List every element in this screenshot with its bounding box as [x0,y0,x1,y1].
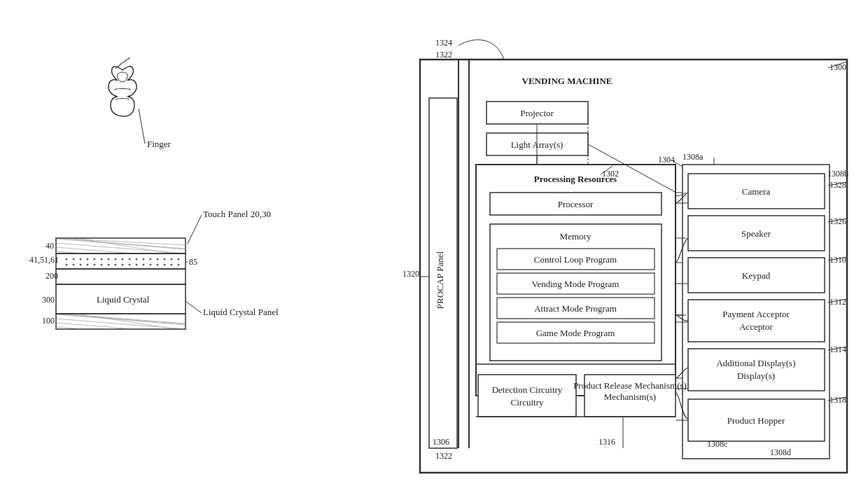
svg-point-24 [150,258,152,261]
svg-line-53 [56,323,186,333]
product-release-label2: Mechanism(s) [604,391,656,402]
touch-panel-label: Touch Panel 20,30 [203,209,271,219]
svg-point-22 [136,258,138,261]
ref-1302: 1302 [602,169,619,179]
label-300: 300 [42,295,55,305]
svg-line-54 [63,314,192,325]
svg-line-1 [188,215,202,244]
svg-point-27 [171,258,173,261]
svg-point-29 [66,264,68,266]
svg-point-26 [164,258,166,261]
detection-label: Detection Circuitry [492,384,563,395]
svg-point-41 [150,264,152,266]
svg-point-44 [171,264,173,266]
svg-rect-11 [56,254,186,269]
svg-line-58 [186,301,202,313]
keypad-label: Keypad [742,270,771,281]
svg-point-36 [115,264,117,266]
svg-point-37 [122,264,124,266]
ref-1304: 1304 [658,155,675,165]
svg-point-18 [108,258,110,261]
ref-1320: 1320 [402,269,419,279]
svg-point-34 [101,264,103,266]
liquid-crystal-panel-label: Liquid Crystal Panel [203,307,279,317]
svg-point-14 [80,258,82,261]
svg-point-23 [143,258,145,261]
ref-1308d: 1308d [770,447,791,457]
svg-point-32 [87,264,89,266]
svg-line-81 [588,144,676,193]
finger-drawing [108,57,136,116]
additional-display-label1: Additional Display(s) [716,358,795,368]
svg-point-39 [136,264,138,266]
ref-1322-top: 1322 [435,50,452,60]
payment-acceptor-label1: Payment Acceptor [722,309,790,319]
svg-point-13 [73,258,75,261]
svg-point-20 [122,258,124,261]
svg-point-31 [80,264,82,266]
ref-1324: 1324 [435,38,452,48]
svg-point-38 [129,264,131,266]
svg-point-45 [178,264,180,266]
ref-1308c: 1308c [707,439,727,449]
label-85: 85 [189,257,197,267]
ref-1308a: 1308a [682,152,704,162]
svg-point-21 [129,258,131,261]
diagram-container: Finger Touch Panel 20,30 40 [0,0,868,493]
processor-label: Processor [558,199,594,209]
svg-point-42 [157,264,159,266]
svg-rect-3 [57,239,185,253]
svg-point-28 [178,258,180,261]
additional-display-box [688,349,825,391]
payment-acceptor-label2: Acceptor [739,321,773,332]
liquid-crystal-label: Liquid Crystal [97,294,150,305]
projector-label: Projector [520,108,554,118]
label-100: 100 [42,316,55,326]
svg-point-12 [66,258,68,261]
ref-1322-bottom: 1322 [435,451,452,461]
svg-point-25 [157,258,159,261]
svg-rect-47 [56,269,186,284]
vending-mode-label: Vending Mode Program [532,279,620,289]
label-41: 41,51,61 [29,255,59,265]
detection-label2: Circuitry [511,397,544,408]
procap-label: PROCAP Panel [435,251,445,310]
label-200: 200 [46,271,58,281]
svg-line-7 [63,239,192,249]
svg-point-17 [101,258,103,261]
memory-label: Memory [560,231,592,242]
svg-rect-50 [57,314,185,328]
svg-point-19 [115,258,117,261]
ref-1300: 1300 [830,62,846,72]
svg-point-33 [94,264,96,266]
ref-1316: 1316 [598,437,615,447]
payment-acceptor-box [688,300,825,342]
ref-1308b: 1308b [827,169,848,179]
svg-line-5 [56,243,186,254]
ref-1306: 1306 [433,437,449,447]
label-40: 40 [46,241,54,251]
svg-point-43 [164,264,166,266]
svg-line-55 [70,314,186,324]
svg-line-57 [56,327,186,336]
svg-point-35 [108,264,110,266]
product-hopper-label: Product Hopper [727,415,785,426]
svg-point-30 [73,264,75,266]
game-mode-label: Game Mode Program [536,328,615,338]
control-loop-label: Control Loop Program [534,254,617,265]
svg-line-0 [139,109,145,144]
product-release-label1: Product Release Mechanism(s) [573,380,687,391]
svg-point-40 [143,264,145,266]
camera-label: Camera [742,186,771,197]
svg-line-51 [56,314,186,325]
svg-point-15 [87,258,89,261]
finger-label: Finger [147,139,172,149]
attract-mode-label: Attract Mode Program [534,303,617,314]
detection-box [478,375,576,417]
additional-display-label2: Display(s) [737,370,775,381]
speaker-label: Speaker [741,228,771,239]
svg-point-16 [94,258,96,261]
vending-machine-title: VENDING MACHINE [522,76,612,86]
